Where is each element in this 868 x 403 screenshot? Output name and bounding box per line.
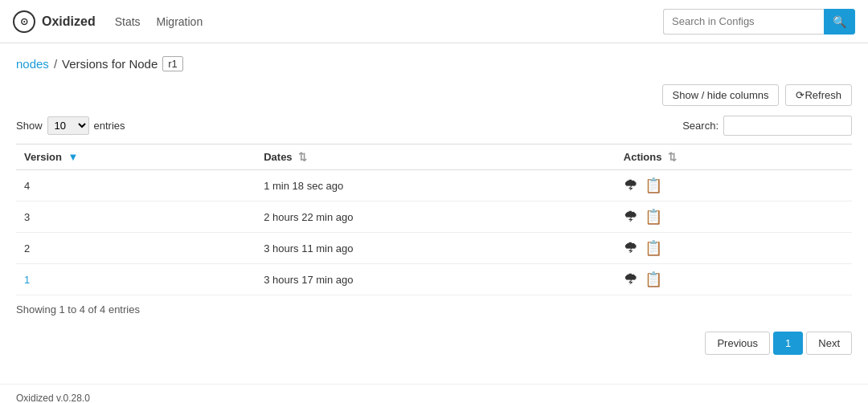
search-button[interactable]: 🔍 <box>824 9 855 35</box>
sort-dates-icon: ⇅ <box>298 151 307 163</box>
next-button[interactable]: Next <box>806 332 852 355</box>
cell-actions-3: 🌩 📋 <box>616 202 852 233</box>
cell-date-4: 1 min 18 sec ago <box>256 170 616 202</box>
col-version[interactable]: Version ▼ <box>16 145 256 170</box>
cell-version-3: 3 <box>16 202 256 233</box>
footer-text: Oxidized v.0.28.0 <box>16 393 90 403</box>
footer: Oxidized v.0.28.0 <box>0 384 868 403</box>
cell-actions-2: 🌩 📋 <box>616 233 852 264</box>
search-label: Search: <box>682 120 719 132</box>
show-label: Show <box>16 120 43 132</box>
refresh-button[interactable]: ⟳Refresh <box>785 84 852 106</box>
table-row: 1 3 hours 17 min ago 🌩 📋 <box>16 264 852 295</box>
previous-button[interactable]: Previous <box>705 332 770 355</box>
pagination: Previous 1 Next <box>16 332 852 355</box>
sort-actions-icon: ⇅ <box>668 151 677 163</box>
breadcrumb-separator: / <box>54 57 57 71</box>
sort-version-icon: ▼ <box>68 151 79 163</box>
data-table: Version ▼ Dates ⇅ Actions ⇅ 4 1 min 18 s… <box>16 144 852 295</box>
action-copy-icon-1[interactable]: 📋 <box>645 271 662 288</box>
actions-cell-4: 🌩 📋 <box>624 177 844 194</box>
col-version-label: Version <box>24 151 62 163</box>
table-search-input[interactable] <box>723 116 852 136</box>
table-body: 4 1 min 18 sec ago 🌩 📋 3 2 hours 22 min … <box>16 170 852 295</box>
entries-label: entries <box>94 120 125 132</box>
brand-icon: ⊙ <box>13 10 35 33</box>
cell-version-4: 4 <box>16 170 256 202</box>
action-copy-icon-2[interactable]: 📋 <box>645 239 662 257</box>
toolbar: Show / hide columns ⟳Refresh <box>16 84 852 106</box>
search-input[interactable] <box>663 9 824 35</box>
cell-version-2: 2 <box>16 233 256 264</box>
breadcrumb-page-label: Versions for Node <box>62 57 158 71</box>
table-row: 4 1 min 18 sec ago 🌩 📋 <box>16 170 852 202</box>
col-dates-label: Dates <box>264 151 292 163</box>
table-row: 3 2 hours 22 min ago 🌩 📋 <box>16 202 852 233</box>
actions-cell-1: 🌩 📋 <box>624 271 844 288</box>
col-dates[interactable]: Dates ⇅ <box>256 145 616 170</box>
nav-search: 🔍 <box>663 9 855 35</box>
action-upload-icon-2[interactable]: 🌩 <box>624 240 638 257</box>
col-actions-label: Actions <box>624 151 662 163</box>
show-entries: Show 10 25 50 100 entries <box>16 116 125 135</box>
action-upload-icon-4[interactable]: 🌩 <box>624 177 638 194</box>
nav-links: Stats Migration <box>115 12 663 31</box>
action-upload-icon-1[interactable]: 🌩 <box>624 271 638 288</box>
page-1-button[interactable]: 1 <box>773 332 803 355</box>
header-row: Version ▼ Dates ⇅ Actions ⇅ <box>16 145 852 170</box>
showing-entries: Showing 1 to 4 of 4 entries <box>16 303 852 315</box>
cell-date-2: 3 hours 11 min ago <box>256 233 616 264</box>
cell-actions-4: 🌩 📋 <box>616 170 852 202</box>
cell-date-1: 3 hours 17 min ago <box>256 264 616 295</box>
controls-row: Show 10 25 50 100 entries Search: <box>16 116 852 136</box>
entries-select[interactable]: 10 25 50 100 <box>47 116 89 135</box>
breadcrumb-nodes-link[interactable]: nodes <box>16 57 49 71</box>
cell-actions-1: 🌩 📋 <box>616 264 852 295</box>
version-1-link[interactable]: 1 <box>24 274 30 286</box>
table-row: 2 3 hours 11 min ago 🌩 📋 <box>16 233 852 264</box>
actions-cell-2: 🌩 📋 <box>624 239 844 257</box>
cell-date-3: 2 hours 22 min ago <box>256 202 616 233</box>
table-search: Search: <box>682 116 852 136</box>
col-actions[interactable]: Actions ⇅ <box>616 145 852 170</box>
brand: ⊙ Oxidized <box>13 10 96 33</box>
nav-link-stats[interactable]: Stats <box>115 12 141 31</box>
show-hide-columns-button[interactable]: Show / hide columns <box>662 84 780 106</box>
actions-cell-3: 🌩 📋 <box>624 208 844 226</box>
main-content: nodes / Versions for Node r1 Show / hide… <box>0 43 868 368</box>
navbar: ⊙ Oxidized Stats Migration 🔍 <box>0 0 868 43</box>
table-header: Version ▼ Dates ⇅ Actions ⇅ <box>16 145 852 170</box>
action-upload-icon-3[interactable]: 🌩 <box>624 209 638 226</box>
action-copy-icon-4[interactable]: 📋 <box>645 177 662 194</box>
node-name-badge: r1 <box>162 56 183 71</box>
action-copy-icon-3[interactable]: 📋 <box>645 208 662 226</box>
breadcrumb: nodes / Versions for Node r1 <box>16 56 852 71</box>
cell-version-1: 1 <box>16 264 256 295</box>
nav-link-migration[interactable]: Migration <box>157 12 203 31</box>
brand-name: Oxidized <box>42 14 96 29</box>
